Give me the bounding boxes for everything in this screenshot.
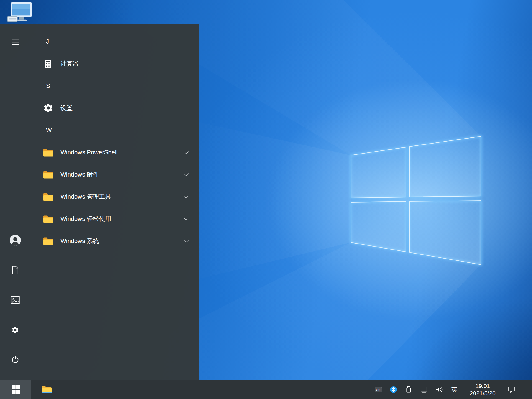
- letter-label: W: [46, 127, 52, 134]
- chevron-down-icon[interactable]: [183, 151, 189, 154]
- app-label: Windows 管理工具: [60, 193, 111, 201]
- bluetooth-tray-button[interactable]: [386, 380, 401, 399]
- action-center-icon: [508, 386, 515, 393]
- pictures-button[interactable]: [9, 293, 22, 307]
- chevron-down-icon[interactable]: [183, 195, 189, 198]
- app-label: Windows 系统: [60, 237, 99, 245]
- hamburger-menu-icon: [11, 39, 19, 45]
- start-menu-rail: [0, 24, 30, 380]
- document-icon: [11, 266, 19, 275]
- folder-icon: [42, 168, 54, 181]
- power-icon: [11, 356, 19, 364]
- folder-item-windows-ease-of-access[interactable]: Windows 轻松使用: [30, 208, 200, 230]
- taskbar: vm: [0, 380, 532, 399]
- user-account-button[interactable]: [9, 234, 22, 247]
- gear-icon: [42, 102, 54, 114]
- start-button[interactable]: [0, 380, 31, 399]
- chevron-down-icon[interactable]: [183, 240, 189, 243]
- app-label: Windows PowerShell: [60, 149, 118, 156]
- start-menu: J 计算器 S: [0, 24, 200, 380]
- folder-item-windows-system[interactable]: Windows 系统: [30, 230, 200, 252]
- this-pc-icon: [7, 2, 34, 23]
- folder-item-windows-powershell[interactable]: Windows PowerShell: [30, 141, 200, 163]
- clock-date: 2021/5/20: [470, 390, 495, 397]
- safely-remove-hardware-button[interactable]: [401, 380, 416, 399]
- file-explorer-icon: [42, 385, 52, 394]
- vmware-tray-button[interactable]: vm: [370, 380, 386, 399]
- bluetooth-icon: [390, 386, 397, 393]
- volume-icon: [435, 386, 443, 393]
- action-center-button[interactable]: [503, 380, 520, 399]
- desktop-icon-this-pc[interactable]: [7, 2, 35, 23]
- letter-label: J: [46, 38, 49, 45]
- system-tray: vm: [370, 380, 532, 399]
- hamburger-menu-button[interactable]: [9, 35, 22, 49]
- volume-tray-button[interactable]: [431, 380, 447, 399]
- clock[interactable]: 19:01 2021/5/20: [462, 380, 503, 399]
- settings-button[interactable]: [9, 323, 22, 337]
- folder-icon: [42, 146, 54, 158]
- ime-indicator[interactable]: 英: [447, 380, 462, 399]
- letter-header-w[interactable]: W: [30, 119, 200, 141]
- app-item-calculator[interactable]: 计算器: [30, 53, 200, 75]
- windows-logo-icon: [12, 385, 20, 394]
- letter-label: S: [46, 82, 50, 89]
- chevron-down-icon[interactable]: [183, 218, 189, 221]
- rail-bottom-group: [9, 234, 22, 367]
- chevron-down-icon[interactable]: [183, 173, 189, 176]
- file-explorer-button[interactable]: [36, 380, 57, 399]
- user-avatar-icon: [9, 234, 21, 246]
- documents-button[interactable]: [9, 264, 22, 277]
- start-menu-app-list: J 计算器 S: [30, 24, 200, 380]
- folder-icon: [42, 191, 54, 203]
- pictures-icon: [11, 296, 20, 304]
- folder-icon: [42, 213, 54, 225]
- app-item-settings[interactable]: 设置: [30, 97, 200, 119]
- network-icon: [420, 386, 428, 393]
- vmware-icon: vm: [375, 387, 382, 392]
- app-label: 设置: [60, 104, 73, 112]
- letter-header-j[interactable]: J: [30, 30, 200, 53]
- folder-item-windows-accessories[interactable]: Windows 附件: [30, 163, 200, 186]
- folder-item-windows-admin-tools[interactable]: Windows 管理工具: [30, 186, 200, 208]
- network-tray-button[interactable]: [416, 380, 431, 399]
- letter-header-s[interactable]: S: [30, 75, 200, 97]
- app-label: 计算器: [60, 60, 79, 68]
- app-label: Windows 轻松使用: [60, 215, 111, 223]
- app-label: Windows 附件: [60, 170, 99, 179]
- power-button[interactable]: [9, 353, 22, 367]
- calculator-icon: [42, 58, 54, 70]
- safely-remove-hardware-icon: [405, 386, 412, 393]
- folder-icon: [42, 235, 54, 247]
- gear-icon: [11, 326, 19, 334]
- clock-time: 19:01: [475, 382, 490, 390]
